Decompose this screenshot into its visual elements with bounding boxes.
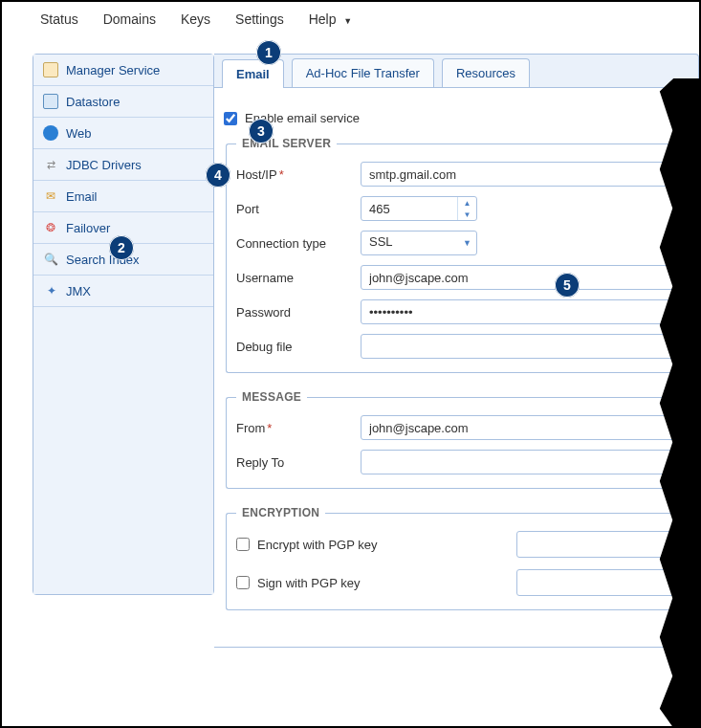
main-panel: Email Ad-Hoc File Transfer Resources Ena… bbox=[214, 54, 699, 648]
search-icon: 🔍 bbox=[43, 252, 58, 267]
from-input[interactable] bbox=[361, 415, 689, 440]
sidebar-item-label: JDBC Drivers bbox=[66, 158, 142, 172]
connection-type-value: SSL bbox=[361, 231, 477, 255]
sidebar-spacer bbox=[33, 307, 213, 594]
email-tab-body: Enable email service EMAIL SERVER Host/I… bbox=[214, 88, 699, 648]
jdbc-icon: ⇄ bbox=[43, 157, 58, 172]
sign-pgp-label: Sign with PGP key bbox=[257, 576, 360, 590]
encrypt-pgp-checkbox[interactable] bbox=[236, 538, 250, 551]
port-label: Port bbox=[236, 202, 351, 216]
sign-pgp-key-select[interactable]: ▼ bbox=[516, 569, 689, 596]
sidebar-item-email[interactable]: ✉ Email bbox=[33, 181, 213, 212]
sidebar-item-datastore[interactable]: Datastore bbox=[33, 86, 213, 118]
sidebar-item-label: JMX bbox=[66, 284, 91, 298]
host-label: Host/IP* bbox=[236, 167, 351, 182]
message-fieldset: MESSAGE From* Reply To bbox=[226, 390, 698, 489]
tab-resources[interactable]: Resources bbox=[442, 58, 530, 87]
jmx-icon: ✦ bbox=[43, 283, 58, 298]
menu-status[interactable]: Status bbox=[40, 11, 78, 27]
sign-pgp-checkbox[interactable] bbox=[236, 576, 250, 589]
encrypt-pgp-label: Encrypt with PGP key bbox=[257, 538, 377, 552]
port-step-up[interactable]: ▲ bbox=[458, 197, 476, 209]
sidebar-item-label: Email bbox=[66, 189, 98, 204]
tab-strip: Email Ad-Hoc File Transfer Resources bbox=[214, 54, 699, 88]
debug-file-input[interactable] bbox=[361, 334, 689, 359]
settings-sidebar: Manager Service Datastore Web ⇄ JDBC Dri… bbox=[33, 54, 214, 595]
connection-type-select[interactable]: SSL ▼ bbox=[361, 231, 477, 255]
reply-to-label: Reply To bbox=[236, 455, 351, 470]
mail-icon: ✉ bbox=[43, 188, 58, 204]
menu-help[interactable]: Help ▼ bbox=[309, 11, 353, 27]
tab-adhoc[interactable]: Ad-Hoc File Transfer bbox=[292, 58, 434, 87]
callout-4: 4 bbox=[206, 163, 230, 188]
sidebar-item-label: Datastore bbox=[66, 95, 120, 109]
service-icon bbox=[43, 62, 58, 77]
username-input[interactable] bbox=[361, 265, 689, 290]
menu-keys[interactable]: Keys bbox=[181, 11, 210, 27]
password-label: Password bbox=[236, 305, 351, 320]
sidebar-item-label: Web bbox=[66, 126, 92, 141]
menu-help-label: Help bbox=[309, 11, 337, 27]
menu-settings[interactable]: Settings bbox=[235, 11, 284, 27]
menu-domains[interactable]: Domains bbox=[103, 11, 156, 27]
encryption-legend: ENCRYPTION bbox=[236, 506, 325, 519]
lifering-icon: ❂ bbox=[43, 220, 58, 235]
encryption-fieldset: ENCRYPTION Encrypt with PGP key ▼ Sign w… bbox=[226, 506, 698, 610]
callout-2: 2 bbox=[109, 235, 134, 260]
callout-5: 5 bbox=[555, 273, 580, 298]
port-step-down[interactable]: ▼ bbox=[458, 209, 476, 220]
enable-email-checkbox[interactable] bbox=[224, 112, 237, 125]
host-input[interactable] bbox=[361, 162, 689, 187]
username-label: Username bbox=[236, 271, 351, 285]
email-server-fieldset: EMAIL SERVER Host/IP* Port ▲ ▼ bbox=[226, 137, 698, 373]
from-label: From* bbox=[236, 421, 351, 435]
sidebar-item-manager-service[interactable]: Manager Service bbox=[33, 55, 213, 86]
sidebar-item-jmx[interactable]: ✦ JMX bbox=[33, 276, 213, 307]
reply-to-input[interactable] bbox=[361, 450, 689, 474]
sidebar-item-label: Manager Service bbox=[66, 63, 160, 77]
callout-3: 3 bbox=[249, 119, 274, 143]
message-legend: MESSAGE bbox=[236, 390, 307, 404]
sidebar-item-label: Failover bbox=[66, 221, 110, 235]
sidebar-item-web[interactable]: Web bbox=[33, 118, 213, 149]
globe-icon bbox=[43, 125, 58, 141]
torn-edge-decoration bbox=[655, 78, 701, 728]
datastore-icon bbox=[43, 94, 58, 109]
connection-type-label: Connection type bbox=[236, 236, 351, 251]
sidebar-item-jdbc[interactable]: ⇄ JDBC Drivers bbox=[33, 149, 213, 181]
top-menu: Status Domains Keys Settings Help ▼ bbox=[2, 2, 699, 54]
chevron-down-icon: ▼ bbox=[343, 16, 352, 26]
debug-file-label: Debug file bbox=[236, 340, 351, 354]
password-input[interactable] bbox=[361, 299, 689, 324]
callout-1: 1 bbox=[256, 40, 281, 65]
